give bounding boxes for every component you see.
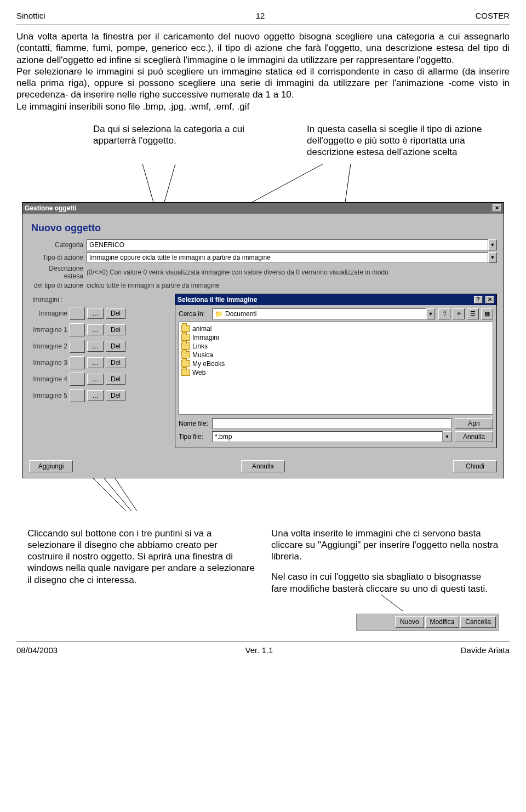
image-preview[interactable] <box>70 307 85 320</box>
descrizione-label: Descrizione estesa <box>29 265 87 280</box>
folder-item[interactable]: Links <box>181 342 490 351</box>
folder-item[interactable]: Immagini <box>181 333 490 342</box>
descrizione-text-2: ciclico tutte le immagini a partire da i… <box>87 282 497 289</box>
descrizione-label-2: del tipo di azione <box>29 282 87 289</box>
del-button[interactable]: Del <box>106 374 125 385</box>
image-row-label: Immagine <box>29 310 67 317</box>
body-text: Una volta aperta la finestra per il cari… <box>16 31 510 112</box>
cancella-button[interactable]: Cancella <box>460 616 496 628</box>
tipo-file-label: Tipo file: <box>179 433 209 441</box>
folder-icon <box>181 342 190 350</box>
dialog-title: Gestione oggetti <box>25 204 77 212</box>
svg-line-7 <box>381 594 403 611</box>
tipo-azione-label: Tipo di azione <box>29 254 87 261</box>
image-row-label: Immagine 4 <box>29 375 67 383</box>
dialog-gestione-oggetti: Gestione oggetti ✕ Nuovo oggetto Categor… <box>22 202 504 478</box>
chevron-down-icon[interactable]: ▼ <box>488 252 497 263</box>
browse-button[interactable]: ... <box>87 357 104 368</box>
svg-line-1 <box>164 164 175 202</box>
modifica-button[interactable]: Modifica <box>425 616 460 628</box>
header-left: Sinottici <box>16 11 45 20</box>
browse-button[interactable]: ... <box>87 308 104 319</box>
del-button[interactable]: Del <box>106 324 125 335</box>
apri-button[interactable]: Apri <box>455 418 493 429</box>
footer-right: Davide Ariata <box>461 645 510 655</box>
chevron-down-icon[interactable]: ▼ <box>426 308 435 319</box>
folder-item[interactable]: Musica <box>181 351 490 359</box>
annulla-file-button[interactable]: Annulla <box>455 431 493 442</box>
tipo-file-field[interactable]: *.bmp <box>212 431 443 442</box>
svg-line-6 <box>115 478 137 511</box>
titlebar: Gestione oggetti ✕ <box>22 203 504 214</box>
callout-action-type: In questa casella si sceglie il tipo di … <box>307 123 499 158</box>
svg-line-4 <box>93 478 126 511</box>
pointer-lines-bottom <box>16 478 510 511</box>
image-preview[interactable] <box>70 356 85 369</box>
section-title: Nuovo oggetto <box>31 222 497 234</box>
del-button[interactable]: Del <box>106 308 125 319</box>
browse-button[interactable]: ... <box>87 390 104 401</box>
tipo-azione-field[interactable]: Immagine oppure cicla tutte le immagini … <box>87 252 488 263</box>
nome-file-label: Nome file: <box>179 420 209 427</box>
folder-item[interactable]: My eBooks <box>181 359 490 368</box>
nuovo-button[interactable]: Nuovo <box>395 616 424 628</box>
browse-button[interactable]: ... <box>87 341 104 352</box>
svg-line-0 <box>142 164 153 202</box>
up-folder-icon[interactable]: ⇧ <box>438 308 450 319</box>
file-dialog: Seleziona il file immagine ? ✕ Cerca in:… <box>175 294 497 448</box>
folder-icon <box>181 360 190 367</box>
image-preview[interactable] <box>70 323 85 336</box>
folder-item[interactable]: animal <box>181 324 490 333</box>
svg-line-3 <box>345 164 351 202</box>
folder-icon <box>181 325 190 332</box>
details-view-icon[interactable]: ▦ <box>481 308 493 319</box>
help-icon[interactable]: ? <box>474 296 483 304</box>
image-preview[interactable] <box>70 340 85 353</box>
footer-center: Ver. 1.1 <box>245 645 273 655</box>
cerca-in-field[interactable]: 📁Documenti <box>212 308 426 319</box>
image-row-label: Immagine 3 <box>29 359 67 367</box>
annulla-button[interactable]: Annulla <box>241 460 285 472</box>
new-folder-icon[interactable]: ✳ <box>453 308 465 319</box>
callout-aggiungi: Una volta inserite le immagini che ci se… <box>271 528 499 563</box>
svg-line-5 <box>104 478 132 511</box>
callout-dots-button: Cliccando sul bottone con i tre puntini … <box>27 528 255 631</box>
callout-category: Da qui si seleziona la categoria a cui a… <box>93 123 285 158</box>
close-icon[interactable]: ✕ <box>485 296 494 304</box>
folder-icon <box>181 369 190 376</box>
folder-icon <box>181 351 190 358</box>
close-icon[interactable]: ✕ <box>493 204 501 212</box>
browse-button[interactable]: ... <box>87 324 104 335</box>
folder-icon <box>181 334 190 341</box>
image-preview[interactable] <box>70 373 85 386</box>
cerca-in-label: Cerca in: <box>179 310 209 318</box>
file-listing[interactable]: animalImmaginiLinksMusicaMy eBooksWeb <box>179 322 493 415</box>
svg-line-2 <box>252 164 323 202</box>
footer-left: 08/04/2003 <box>16 645 58 655</box>
categoria-field[interactable]: GENERICO <box>87 239 488 250</box>
image-preview[interactable] <box>70 389 85 402</box>
image-row-label: Immagine 1 <box>29 326 67 334</box>
nome-file-field[interactable] <box>212 418 451 429</box>
categoria-label: Categoria <box>29 241 87 249</box>
header-center: 12 <box>256 11 265 20</box>
header-right: COSTER <box>475 11 510 20</box>
browse-button[interactable]: ... <box>87 374 104 385</box>
file-dialog-title: Seleziona il file immagine <box>178 296 257 304</box>
pointer-lines-top <box>16 164 510 202</box>
list-view-icon[interactable]: ☰ <box>467 308 479 319</box>
callout-modify: Nel caso in cui l'oggetto sia sbagliato … <box>271 571 499 594</box>
folder-item[interactable]: Web <box>181 368 490 377</box>
chiudi-button[interactable]: Chiudi <box>453 460 497 472</box>
chevron-down-icon[interactable]: ▼ <box>488 239 497 250</box>
chevron-down-icon[interactable]: ▼ <box>443 431 451 442</box>
immagini-label: Immagini : <box>32 296 171 304</box>
descrizione-text: (0/<>0) Con valore 0 verrà visualizzata … <box>87 268 497 276</box>
del-button[interactable]: Del <box>106 341 125 352</box>
image-row-label: Immagine 2 <box>29 342 67 350</box>
aggiungi-button[interactable]: Aggiungi <box>29 460 73 472</box>
pointer-line-small <box>271 594 436 611</box>
del-button[interactable]: Del <box>106 390 125 401</box>
del-button[interactable]: Del <box>106 357 125 368</box>
image-row-label: Immagine 5 <box>29 392 67 399</box>
